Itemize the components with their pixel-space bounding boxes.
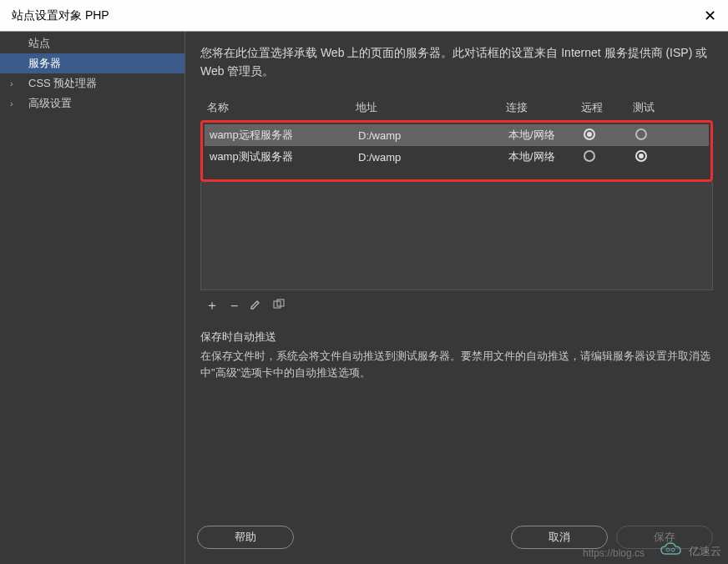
col-header-connection: 连接 <box>506 100 581 115</box>
description-text: 您将在此位置选择承载 Web 上的页面的服务器。此对话框的设置来自 Intern… <box>200 43 713 80</box>
chevron-right-icon: › <box>10 98 22 108</box>
cancel-button[interactable]: 取消 <box>511 526 608 549</box>
url-watermark: https://blog.cs <box>583 547 645 559</box>
cell-connection: 本地/网络 <box>508 149 584 164</box>
col-header-remote: 远程 <box>581 100 633 115</box>
remote-radio[interactable] <box>584 128 595 140</box>
cell-name: wamp测试服务器 <box>210 149 358 164</box>
table-toolbar: ＋ − <box>200 290 713 321</box>
col-header-test: 测试 <box>633 100 685 115</box>
server-table: 名称 地址 连接 远程 测试 wamp远程服务器 D:/wamp 本地/网络 w… <box>200 95 713 321</box>
col-header-address: 地址 <box>356 100 506 115</box>
autopush-text: 在保存文件时，系统会将文件自动推送到测试服务器。要禁用文件的自动推送，请编辑服务… <box>200 348 713 381</box>
cloud-icon <box>659 541 684 561</box>
titlebar: 站点设置对象 PHP ✕ <box>0 0 728 32</box>
sidebar-item-css[interactable]: › CSS 预处理器 <box>0 73 185 93</box>
edit-icon[interactable] <box>250 299 261 314</box>
test-radio[interactable] <box>635 150 647 162</box>
highlighted-rows: wamp远程服务器 D:/wamp 本地/网络 wamp测试服务器 D:/wam… <box>200 120 713 182</box>
svg-point-3 <box>671 548 675 551</box>
duplicate-icon[interactable] <box>273 299 286 314</box>
help-button[interactable]: 帮助 <box>197 526 294 549</box>
close-icon[interactable]: ✕ <box>704 7 716 25</box>
add-icon[interactable]: ＋ <box>205 297 219 315</box>
cell-connection: 本地/网络 <box>508 128 584 143</box>
sidebar-item-label: 高级设置 <box>22 96 72 111</box>
cell-name: wamp远程服务器 <box>210 128 358 143</box>
sidebar-item-server[interactable]: 服务器 <box>0 53 185 73</box>
brand-watermark: 亿速云 <box>659 541 721 561</box>
svg-point-2 <box>666 548 670 551</box>
sidebar: 站点 服务器 › CSS 预处理器 › 高级设置 <box>0 32 185 564</box>
remove-icon[interactable]: − <box>230 299 238 314</box>
sidebar-item-label: CSS 预处理器 <box>22 76 97 91</box>
remote-radio[interactable] <box>584 150 595 162</box>
sidebar-item-label: 站点 <box>22 36 50 51</box>
sidebar-item-label: 服务器 <box>22 56 61 71</box>
table-empty-area <box>200 182 713 290</box>
table-row[interactable]: wamp测试服务器 D:/wamp 本地/网络 <box>205 146 709 168</box>
autopush-title: 保存时自动推送 <box>200 330 713 345</box>
cell-address: D:/wamp <box>358 151 508 164</box>
brand-text: 亿速云 <box>689 544 721 559</box>
sidebar-item-site[interactable]: 站点 <box>0 33 185 53</box>
table-row[interactable]: wamp远程服务器 D:/wamp 本地/网络 <box>205 124 709 146</box>
table-header: 名称 地址 连接 远程 测试 <box>200 95 713 120</box>
chevron-right-icon: › <box>10 78 22 88</box>
window-title: 站点设置对象 PHP <box>12 8 109 23</box>
col-header-name: 名称 <box>207 100 356 115</box>
cell-address: D:/wamp <box>358 129 508 142</box>
sidebar-item-advanced[interactable]: › 高级设置 <box>0 93 185 113</box>
test-radio[interactable] <box>635 128 647 140</box>
dialog-footer: 帮助 取消 保存 <box>197 526 713 549</box>
